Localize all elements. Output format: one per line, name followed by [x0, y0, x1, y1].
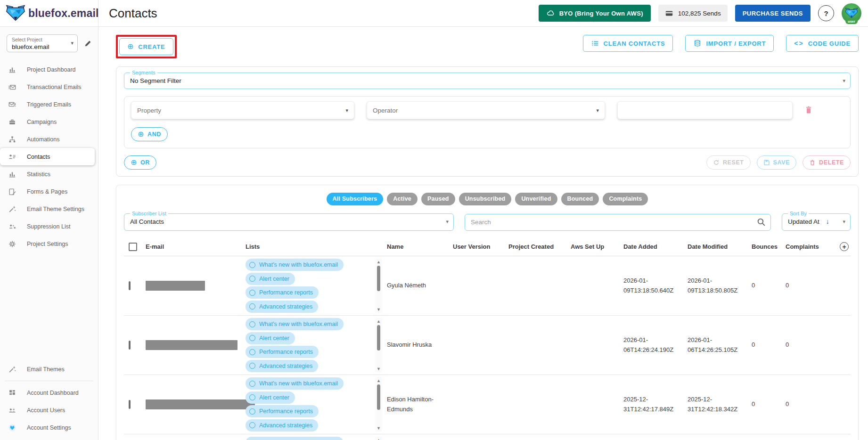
remove-condition-button[interactable] [804, 105, 813, 116]
scroll-down-icon[interactable]: ▼ [377, 367, 381, 371]
sort-by-select[interactable]: Sort By Updated At↓ ▾ [782, 213, 851, 231]
sidebar-item-automations[interactable]: Automations [0, 130, 98, 148]
operator-placeholder: Operator [373, 107, 398, 114]
list-chip[interactable]: Performance reports [246, 346, 319, 358]
email-cell [146, 281, 246, 291]
lists-cell: What's new with bluefox.email▲▼ [246, 434, 387, 440]
byo-aws-button[interactable]: BYO (Bring Your Own AWS) [539, 5, 651, 22]
row-checkbox[interactable] [129, 341, 131, 350]
tab-paused[interactable]: Paused [421, 193, 455, 205]
scrollbar-thumb[interactable] [377, 266, 380, 291]
avatar[interactable]: user [842, 3, 861, 23]
sidebar-item-label: Account Settings [27, 424, 71, 431]
list-chip[interactable]: What's new with bluefox.email [246, 437, 344, 440]
date-added-cell: 2026-01-​09T13:18:50.640Z [623, 276, 688, 295]
lists-scrollbar[interactable]: ▲▼ [375, 437, 382, 440]
sidebar-item-statistics[interactable]: Statistics [0, 165, 98, 183]
subscriber-list-value: All Contacts [124, 218, 164, 225]
tab-bounced[interactable]: Bounced [561, 193, 599, 205]
row-checkbox[interactable] [129, 281, 131, 290]
sidebar-item-forms-pages[interactable]: Forms & Pages [0, 183, 98, 200]
list-chip[interactable]: Alert center [246, 391, 295, 404]
segments-select-value: No Segment Filter [124, 77, 181, 84]
list-chip[interactable]: Alert center [246, 332, 295, 344]
sidebar-item-account-users[interactable]: Account Users [0, 401, 98, 419]
reset-segment-button[interactable]: RESET [706, 155, 751, 170]
form-icon [8, 187, 16, 196]
circle-outline-icon [249, 262, 255, 268]
list-chip[interactable]: Alert center [246, 273, 295, 285]
list-chip[interactable]: Performance reports [246, 405, 319, 417]
add-or-condition-button[interactable]: ⊕ OR [124, 155, 156, 170]
and-label: AND [147, 131, 161, 138]
sidebar-item-triggered-emails[interactable]: Triggered Emails [0, 96, 98, 113]
list-chip[interactable]: What's new with bluefox.email [246, 318, 344, 330]
scroll-up-icon[interactable]: ▲ [377, 260, 381, 264]
scroll-up-icon[interactable]: ▲ [377, 319, 381, 324]
scrollbar-thumb[interactable] [377, 325, 380, 350]
list-chip[interactable]: Advanced strategies [246, 360, 318, 372]
create-button[interactable]: ⊕ CREATE [119, 38, 173, 55]
list-chip[interactable]: Advanced strategies [246, 301, 318, 313]
list-chip[interactable]: Advanced strategies [246, 419, 318, 432]
list-chip-label: What's new with bluefox.email [259, 380, 338, 387]
segments-select[interactable]: Segments No Segment Filter ▾ [124, 73, 851, 89]
sidebar-item-email-theme-settings[interactable]: Email Theme Settings [0, 200, 98, 218]
list-chip[interactable]: What's new with bluefox.email [246, 259, 344, 271]
column-header-project-created: Project Created [508, 243, 571, 250]
lists-scrollbar[interactable]: ▲▼ [375, 377, 382, 432]
scroll-up-icon[interactable]: ▲ [377, 378, 381, 383]
sidebar-item-project-dashboard[interactable]: Project Dashboard [0, 61, 98, 78]
clean-contacts-button[interactable]: CLEAN CONTACTS [583, 35, 673, 52]
delete-segment-button[interactable]: DELETE [802, 155, 851, 170]
status-tabs: All SubscribersActivePausedUnsubscribedU… [124, 193, 851, 205]
add-and-condition-button[interactable]: ⊕ AND [131, 127, 168, 141]
search-icon[interactable] [756, 217, 766, 227]
property-select[interactable]: Property ▾ [131, 101, 354, 119]
save-segment-button[interactable]: SAVE [757, 155, 797, 170]
scroll-down-icon[interactable]: ▼ [377, 426, 381, 431]
select-all-checkbox[interactable] [129, 243, 137, 251]
lists-scrollbar[interactable]: ▲▼ [375, 259, 382, 313]
list-chip[interactable]: Performance reports [246, 286, 319, 299]
tab-all-subscribers[interactable]: All Subscribers [327, 193, 384, 205]
scroll-up-icon[interactable]: ▲ [377, 438, 381, 440]
contacts-table: E-mailListsNameUser VersionProject Creat… [124, 242, 851, 440]
subscriber-list-select[interactable]: Subscriber List All Contacts ▾ [124, 213, 454, 231]
edit-project-pencil-icon[interactable] [84, 39, 92, 48]
sidebar-item-project-settings[interactable]: Project Settings [0, 235, 98, 253]
sidebar-item-transactional-emails[interactable]: Transactional Emails [0, 78, 98, 96]
circle-outline-icon [249, 290, 255, 296]
sidebar-item-suppression-list[interactable]: Suppression List [0, 218, 98, 235]
tab-active[interactable]: Active [387, 193, 418, 205]
search-input[interactable] [465, 214, 771, 231]
sidebar-item-campaigns[interactable]: Campaigns [0, 113, 98, 130]
lists-scrollbar[interactable]: ▲▼ [375, 318, 382, 372]
page-title: Contacts [109, 6, 157, 21]
list-chip[interactable]: What's new with bluefox.email [246, 377, 344, 390]
operator-select[interactable]: Operator ▾ [367, 101, 605, 119]
scrollbar-thumb[interactable] [377, 384, 380, 410]
sidebar-item-email-themes[interactable]: Email Themes [0, 360, 98, 378]
help-button[interactable]: ? [818, 5, 834, 21]
sidebar-item-account-settings[interactable]: Account Settings [0, 419, 98, 436]
project-select[interactable]: Select Project bluefox.email ▾ [7, 34, 78, 52]
tab-unsubscribed[interactable]: Unsubscribed [459, 193, 512, 205]
code-guide-button[interactable]: <> CODE GUIDE [786, 35, 859, 52]
row-checkbox[interactable] [129, 400, 131, 409]
table-header: E-mailListsNameUser VersionProject Creat… [124, 242, 851, 256]
sends-count-chip[interactable]: 102,825 Sends [658, 5, 728, 22]
sidebar-item-account-dashboard[interactable]: Account Dashboard [0, 384, 98, 401]
sidebar-item-label: Automations [27, 136, 59, 143]
table-row: What's new with bluefox.email▲▼ [124, 434, 851, 440]
condition-value-field[interactable] [617, 101, 793, 119]
sidebar-item-contacts[interactable]: Contacts [0, 148, 95, 165]
add-column-cell: + [840, 242, 849, 251]
import-export-button[interactable]: IMPORT / EXPORT [685, 35, 774, 52]
scroll-down-icon[interactable]: ▼ [377, 307, 381, 312]
tab-unverified[interactable]: Unverified [515, 193, 557, 205]
tab-complaints[interactable]: Complaints [603, 193, 648, 205]
brand-logo[interactable]: bluefox.email [6, 5, 99, 22]
add-column-icon[interactable]: + [840, 242, 849, 251]
purchase-sends-button[interactable]: PURCHASE SENDS [735, 5, 811, 22]
